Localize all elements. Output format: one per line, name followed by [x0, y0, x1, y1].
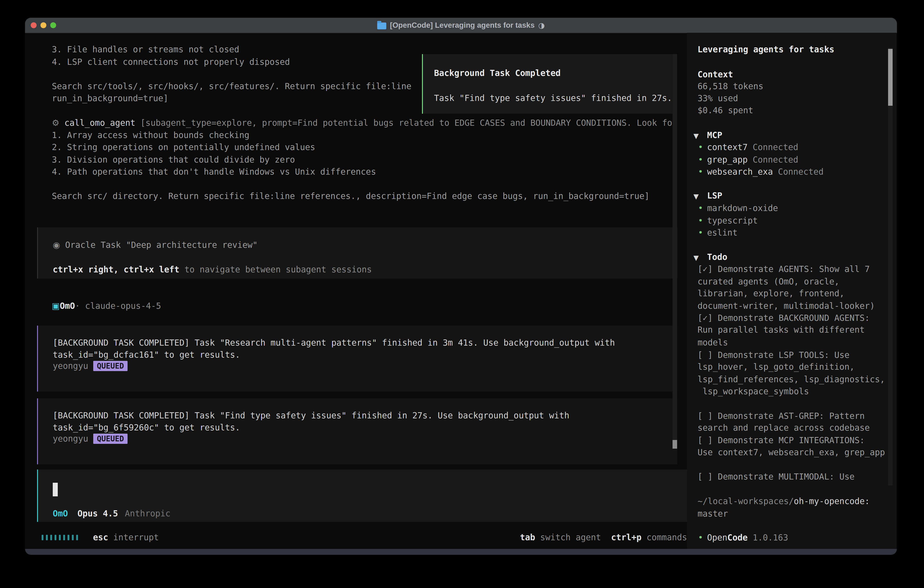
oracle-task-panel: ◉ Oracle Task "Deep architecture review"… — [37, 227, 677, 279]
todo-item-pending: search and replace across codebase — [698, 422, 870, 434]
todo-item-pending: [ ] Demonstrate AST-GREP: Pattern — [698, 410, 865, 422]
spinner-dot — [76, 535, 78, 540]
input-meta: OmO Opus 4.5 Anthropic — [53, 507, 170, 520]
hint-keys: ctrl+x right, ctrl+x left — [53, 265, 179, 274]
app-name-regular: Open — [707, 533, 727, 543]
window-title-text: [OpenCode] Leveraging agents for tasks — [390, 21, 535, 30]
todo-item-done: [✓] Demonstrate BACKGROUND AGENTS: — [698, 312, 870, 324]
main-scrollbar-track[interactable] — [673, 54, 677, 449]
main-scrollbar-thumb[interactable] — [673, 440, 677, 449]
spinner-dot — [41, 535, 43, 540]
spinner-dot — [46, 535, 48, 540]
todo-heading[interactable]: Todo — [707, 251, 727, 263]
lsp-item: typescript — [707, 215, 758, 227]
lsp-item: eslint — [707, 227, 738, 239]
commands-key-hint: ctrl+p — [601, 532, 641, 542]
mcp-status: Connected — [773, 167, 824, 177]
todo-item-done: [✓] Demonstrate AGENTS: Show all 7 — [698, 263, 870, 275]
session-sidebar: Leveraging agents for tasks Context 66,5… — [687, 33, 896, 549]
tab-key-hint: tab — [520, 532, 535, 542]
tool-call-list-item: 4. Path operations that don't handle Win… — [52, 166, 376, 178]
chevron-down-icon[interactable]: ▼ — [693, 192, 703, 200]
oracle-task-text: Oracle Task "Deep architecture review" — [60, 240, 257, 250]
todo-item-pending: Use context7, websearch_exa, grep_app — [698, 446, 885, 459]
todo-item-done: models — [698, 337, 728, 349]
commands-key-label: commands — [642, 532, 687, 542]
input-model-name: Opus 4.5 — [78, 509, 118, 519]
mcp-name: context7 — [707, 142, 747, 152]
spinner-dot — [54, 535, 56, 540]
window-bottom-edge — [25, 549, 897, 555]
sidebar-scrollbar-thumb[interactable] — [888, 49, 893, 106]
message-text: task_id="bg_6f59260c" to get results. — [53, 421, 240, 434]
terminal-line: Search src/tools/, src/hooks/, src/featu… — [52, 80, 411, 92]
spinner-dot — [68, 535, 69, 540]
workspace-path-prefix: ~/local-workspaces/ — [698, 496, 794, 506]
agent-name: OmO — [60, 301, 75, 311]
spinner-dot — [72, 535, 74, 540]
close-button[interactable] — [31, 22, 36, 28]
connected-dot-icon: • — [698, 141, 703, 154]
lsp-heading[interactable]: LSP — [707, 190, 722, 202]
mcp-heading[interactable]: MCP — [707, 129, 722, 141]
interrupt-hint: esc interrupt — [93, 531, 159, 543]
workspace-branch: master — [698, 508, 728, 520]
app-version-number: 1.0.163 — [747, 533, 788, 543]
mcp-item: context7 Connected — [707, 141, 798, 154]
mcp-name: websearch_exa — [707, 167, 773, 177]
spinner-dot — [59, 535, 61, 540]
todo-item-active: lsp_find_references, lsp_diagnostics, — [698, 373, 885, 386]
message-footer: yeongyu QUEUED — [53, 360, 127, 372]
esc-key-hint: esc — [93, 532, 108, 542]
terminal-line: 4. LSP client connections not properly d… — [52, 56, 290, 68]
tool-call-args: [subagent_type=explore, prompt=Find pote… — [135, 118, 677, 128]
message-text: [BACKGROUND TASK COMPLETED] Task "Find t… — [53, 410, 569, 422]
message-text: [BACKGROUND TASK COMPLETED] Task "Resear… — [53, 337, 615, 349]
opencode-window: [OpenCode] Leveraging agents for tasks ◑… — [25, 18, 897, 555]
context-used: 33% used — [698, 92, 738, 105]
todo-item-pending: [ ] Demonstrate MCP INTEGRATIONS: — [698, 434, 865, 447]
zoom-button[interactable] — [50, 22, 56, 28]
folder-icon — [377, 23, 386, 29]
working-spinner — [41, 535, 78, 540]
app-version: OpenCode 1.0.163 — [707, 532, 788, 544]
connected-dot-icon: • — [698, 166, 703, 178]
notification-body: Task "Find type safety issues" finished … — [434, 92, 672, 104]
todo-item-pending: [ ] Demonstrate MULTIMODAL: Use — [698, 471, 855, 483]
todo-item-done: Run parallel tasks with different — [698, 324, 865, 336]
connected-dot-icon: • — [698, 215, 703, 227]
mcp-name: grep_app — [707, 155, 747, 165]
workspace-repo: oh-my-opencode: — [794, 496, 870, 506]
mcp-item: websearch_exa Connected — [707, 166, 823, 178]
agent-model: claude-opus-4-5 — [85, 301, 161, 311]
hint-text: to navigate between subagent sessions — [179, 265, 372, 274]
message-author: yeongyu — [53, 434, 88, 444]
connected-dot-icon: • — [698, 227, 703, 239]
text-cursor — [53, 483, 58, 496]
window-title: [OpenCode] Leveraging agents for tasks ◑ — [377, 21, 545, 30]
oracle-task-title: ◉ Oracle Task "Deep architecture review" — [53, 239, 257, 251]
minimize-button[interactable] — [40, 22, 46, 28]
prompt-input[interactable]: OmO Opus 4.5 Anthropic — [37, 469, 688, 522]
chevron-down-icon[interactable]: ▼ — [693, 132, 703, 140]
tool-call-list-item: 2. String operations on potentially unde… — [52, 141, 315, 154]
chevron-down-icon[interactable]: ▼ — [693, 254, 703, 262]
terminal-line: run_in_background=true] — [52, 92, 168, 105]
status-bar: esc interrupt tab switch agent ctrl+p co… — [25, 531, 687, 543]
tool-call-list-item: 1. Array access without bounds checking — [52, 129, 249, 141]
mcp-item: grep_app Connected — [707, 154, 798, 166]
sidebar-scrollbar-track[interactable] — [888, 48, 893, 486]
spinner-dot — [50, 535, 52, 540]
status-badge: QUEUED — [93, 434, 127, 444]
todo-item-done: librarian, explore, frontend, — [698, 287, 845, 300]
esc-key-label: interrupt — [108, 532, 159, 542]
agent-separator: · — [75, 301, 80, 311]
oracle-hint: ctrl+x right, ctrl+x left to navigate be… — [53, 264, 372, 276]
connected-dot-icon: • — [698, 154, 703, 166]
notification-title: Background Task Completed — [434, 67, 561, 79]
terminal-line: 3. File handles or streams not closed — [52, 43, 239, 56]
status-badge: QUEUED — [93, 361, 127, 371]
todo-item-active: lsp_hover, lsp_goto_definition, — [698, 361, 855, 373]
app-name-bold: Code — [727, 533, 747, 543]
todo-item-active: [ ] Demonstrate LSP TOOLS: Use — [698, 349, 850, 361]
